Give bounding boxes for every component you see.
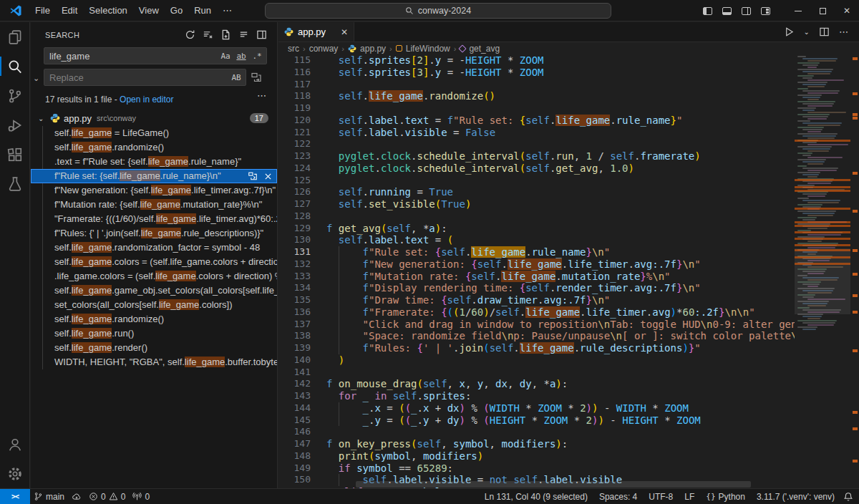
new-search-editor-icon[interactable] <box>220 29 231 40</box>
open-in-editor-icon[interactable] <box>256 29 267 40</box>
line-number[interactable]: 130 <box>278 234 320 246</box>
maximize-button[interactable] <box>810 0 835 21</box>
line-number[interactable]: 133 <box>278 271 320 283</box>
line-number[interactable]: 115 <box>278 54 320 67</box>
bell-icon[interactable] <box>843 492 853 502</box>
editor-more-actions-icon[interactable]: ⋯ <box>839 26 849 37</box>
line-number[interactable]: 122 <box>278 138 320 150</box>
close-window-button[interactable]: ✕ <box>835 0 859 21</box>
line-number[interactable]: 143 <box>278 390 320 402</box>
line-number[interactable]: 145 <box>278 415 320 427</box>
search-result-row[interactable]: "Framerate: {((1/60)/self.life_game.life… <box>31 212 277 226</box>
sidebar-item-search[interactable] <box>0 52 29 81</box>
run-python-file-icon[interactable] <box>784 26 795 37</box>
result-file-row[interactable]: ⌄ app.py src\conway 17 <box>31 110 277 126</box>
horizontal-scrollbar[interactable] <box>329 481 787 488</box>
overview-ruler[interactable] <box>850 54 859 488</box>
sidebar-item-extensions[interactable] <box>0 140 29 169</box>
line-number[interactable]: 116 <box>278 67 320 79</box>
toggle-secondary-sidebar-icon[interactable] <box>742 7 751 15</box>
search-result-row[interactable]: .life_game.colors = (self.life_game.colo… <box>31 269 277 284</box>
split-editor-icon[interactable] <box>819 26 830 37</box>
whole-word-icon[interactable]: ab <box>234 49 248 63</box>
sidebar-item-explorer[interactable] <box>0 22 29 52</box>
interpreter-status[interactable]: 3.11.7 ('.venv': venv) <box>754 492 838 502</box>
toggle-primary-sidebar-icon[interactable] <box>703 7 712 15</box>
run-dropdown-icon[interactable]: ⌄ <box>804 28 810 36</box>
language-status[interactable]: {}Python <box>703 492 748 502</box>
replace-input[interactable]: Replace AB <box>44 69 246 86</box>
menu-selection[interactable]: Selection <box>83 0 132 21</box>
line-number[interactable]: 123 <box>278 150 320 163</box>
sidebar-item-source-control[interactable] <box>0 81 29 110</box>
search-result-row[interactable]: self.life_game.game_obj.set_colors(all_c… <box>31 284 277 298</box>
menu-edit[interactable]: Edit <box>56 0 83 21</box>
breadcrumb-class[interactable]: LifeWindow <box>406 44 450 54</box>
search-result-row[interactable]: set_colors(all_colors[self.life_game.col… <box>31 298 277 312</box>
refresh-icon[interactable] <box>185 29 195 40</box>
search-result-row[interactable]: .text = f"Rule set: {self.life_game.rule… <box>31 155 277 169</box>
line-number[interactable]: 128 <box>278 210 320 223</box>
line-number[interactable]: 137 <box>278 319 320 331</box>
menu-more[interactable]: ⋯ <box>217 0 238 21</box>
line-number[interactable]: 135 <box>278 294 320 306</box>
breadcrumb-conway[interactable]: conway <box>309 44 339 54</box>
line-number[interactable]: 118 <box>278 90 320 102</box>
line-number[interactable]: 117 <box>278 79 320 91</box>
line-number[interactable]: 140 <box>278 354 320 367</box>
line-number[interactable]: 136 <box>278 306 320 319</box>
search-input[interactable]: life_game Aa ab .* <box>44 47 267 64</box>
problems-status[interactable]: 0 0 <box>85 489 129 504</box>
match-case-icon[interactable]: Aa <box>218 49 233 63</box>
cursor-position-status[interactable]: Ln 131, Col 40 (9 selected) <box>482 492 591 502</box>
command-center-search[interactable]: conway-2024 <box>265 3 611 19</box>
chevron-down-icon[interactable]: ⌄ <box>38 115 47 122</box>
line-number[interactable]: 121 <box>278 127 320 139</box>
line-number[interactable]: 148 <box>278 450 320 462</box>
line-number[interactable]: 150 <box>278 474 320 486</box>
dismiss-icon[interactable] <box>263 172 273 181</box>
tab-close-icon[interactable]: ✕ <box>341 27 348 37</box>
search-details-more-icon[interactable]: ⋯ <box>257 90 267 101</box>
line-number[interactable]: 132 <box>278 258 320 271</box>
breadcrumb-method[interactable]: get_avg <box>469 44 500 54</box>
line-number[interactable]: 131 <box>278 246 320 258</box>
sidebar-item-run-debug[interactable] <box>0 110 29 140</box>
line-number[interactable]: 142 <box>278 378 320 390</box>
preserve-case-icon[interactable]: AB <box>229 70 243 84</box>
indentation-status[interactable]: Spaces: 4 <box>596 492 640 502</box>
menu-go[interactable]: Go <box>165 0 188 21</box>
replace-all-icon[interactable] <box>251 72 262 83</box>
settings-button[interactable] <box>0 459 29 488</box>
remote-indicator[interactable]: >< <box>0 489 30 504</box>
line-number[interactable]: 127 <box>278 198 320 210</box>
tab-app-py[interactable]: app.py ✕ <box>278 22 354 42</box>
line-number[interactable]: 139 <box>278 342 320 354</box>
line-number[interactable]: 147 <box>278 438 320 450</box>
menu-run[interactable]: Run <box>188 0 217 21</box>
menu-file[interactable]: File <box>29 0 56 21</box>
search-result-row[interactable]: self.life_game.run() <box>31 326 277 341</box>
open-in-editor-link[interactable]: Open in editor <box>120 94 173 105</box>
search-result-row[interactable]: self.life_game.colors = (self.life_game.… <box>31 255 277 269</box>
code-editor[interactable]: 115 self.sprites[2].y = -HEIGHT * ZOOM11… <box>278 54 859 488</box>
minimize-button[interactable] <box>786 0 810 21</box>
clear-results-icon[interactable] <box>203 29 213 40</box>
line-number[interactable]: 134 <box>278 282 320 294</box>
line-number[interactable]: 144 <box>278 402 320 415</box>
line-number[interactable]: 120 <box>278 115 320 127</box>
breadcrumb-src[interactable]: src <box>288 44 299 54</box>
search-result-row[interactable]: f"Rules: {' | '.join(self.life_game.rule… <box>31 226 277 241</box>
search-result-row[interactable]: f"Mutation rate: {self.life_game.mutatio… <box>31 198 277 212</box>
line-number[interactable]: 126 <box>278 186 320 198</box>
ports-status[interactable]: 0 <box>129 489 153 504</box>
collapse-all-icon[interactable] <box>238 29 249 40</box>
line-number[interactable]: 129 <box>278 223 320 235</box>
line-number[interactable]: 138 <box>278 330 320 342</box>
search-result-row[interactable]: self.life_game = LifeGame() <box>31 126 277 140</box>
eol-status[interactable]: LF <box>681 492 697 502</box>
search-result-row[interactable]: self.life_game.render() <box>31 341 277 355</box>
line-number[interactable]: 141 <box>278 367 320 379</box>
search-result-row[interactable]: self.life_game.randomization_factor = sy… <box>31 241 277 255</box>
search-result-row[interactable]: WIDTH, HEIGHT, "RGBA", self.life_game.bu… <box>31 355 277 369</box>
